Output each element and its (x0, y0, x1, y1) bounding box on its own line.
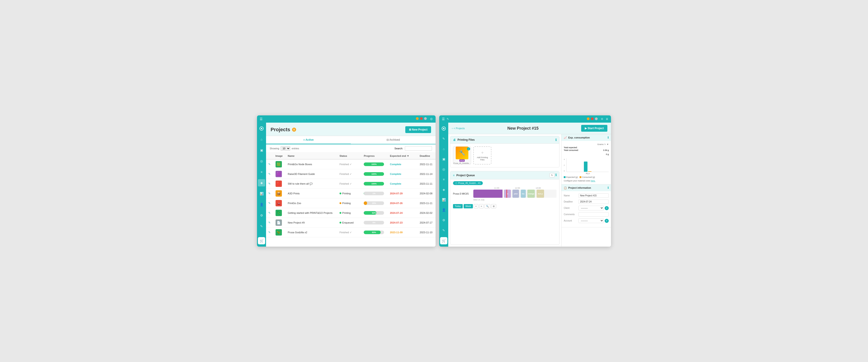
right-expand-dot[interactable] (595, 117, 598, 120)
sep-cell-2 (413, 169, 417, 179)
close-dot[interactable] (420, 117, 423, 120)
printing-files-content: 🔧 PLA Prusa_45_Godzilla_Arm... 1 + Add P… (450, 144, 559, 167)
search-area: Search: (395, 146, 432, 151)
queue-add-button[interactable]: ⊞ (491, 204, 496, 208)
legend-consumed-dot (580, 176, 581, 178)
account-field-select[interactable]: --------- (579, 218, 604, 223)
file-thumbnail: 🔧 (456, 147, 468, 159)
client-field-select[interactable]: --------- (579, 206, 604, 211)
right-sidebar-edit[interactable]: ✎ (440, 135, 447, 142)
project-image: 🦎 (276, 210, 282, 216)
gantt-block-malaga: malaga (527, 190, 535, 198)
timeline-mark-1: 11:00 (494, 187, 515, 189)
timeline-mark-2: 12:00 (515, 187, 536, 189)
right-minimize-dot[interactable] (587, 117, 590, 120)
queue-prev-button[interactable]: « (474, 204, 478, 208)
deadline-field-input[interactable] (579, 199, 609, 204)
chart-unit-dropdown-icon[interactable]: ▼ (607, 143, 609, 145)
gantt-block-main (473, 190, 502, 198)
add-files-label: Add PrintingFiles (477, 156, 488, 161)
gantt-row-prusa: Prusa i3 MK3/S fa job2 fas malaga fast p (453, 190, 557, 198)
right-sidebar-settings[interactable]: ⚙ (440, 217, 447, 224)
y-axis-0: 0 (564, 170, 565, 172)
legend-consumed-label: Consumed (g) (582, 176, 595, 178)
right-hamburger-icon[interactable]: ☰ (442, 117, 445, 121)
right-monitor-icon[interactable]: 🖥 (606, 117, 608, 120)
sidebar-item-notes[interactable]: ✎ (258, 223, 265, 230)
queue-zoom-in-button[interactable]: 🔍 (485, 204, 490, 208)
add-printing-files-button[interactable]: + Add PrintingFiles (473, 146, 491, 165)
sidebar-item-printers[interactable]: ▣ (258, 147, 265, 154)
gantt-block-fas: fas (521, 190, 526, 198)
comments-field-input[interactable] (579, 212, 609, 217)
sidebar-item-queue[interactable]: ≡ (258, 168, 265, 175)
search-input[interactable] (405, 146, 432, 151)
edit-icon[interactable]: ✎ (268, 163, 271, 166)
right-close-dot[interactable] (591, 117, 594, 120)
name-field-input[interactable] (579, 193, 609, 198)
progress-bar-text: 16% (364, 201, 384, 205)
right-sidebar-home[interactable]: ⌂ (440, 145, 447, 152)
sidebar-logo (258, 125, 265, 132)
right-sidebar-printers[interactable]: ▣ (440, 156, 447, 163)
name-cell: PrintGo Zoo (285, 198, 337, 208)
project-image: 📦 (276, 190, 282, 197)
queue-info-icon[interactable]: ℹ (555, 173, 557, 177)
edit-icon[interactable]: ✎ (268, 231, 271, 234)
expected-cell: 2024-07-26 (388, 198, 413, 208)
right-titlebar-edit-icon[interactable]: ✎ (447, 117, 449, 120)
edit-icon[interactable]: ✎ (268, 202, 271, 205)
configure-costs-link[interactable]: here. (591, 179, 596, 182)
sidebar-item-home[interactable]: ⌂ (258, 136, 265, 143)
queue-refresh-button[interactable]: ↻ (550, 173, 555, 177)
sidebar-item-team[interactable]: 👤 (258, 201, 265, 208)
settings-icon[interactable]: ⚙ (430, 117, 433, 121)
start-project-button[interactable]: ▶ Start Project (581, 125, 608, 132)
sidebar-item-projects[interactable]: ◈ (258, 179, 265, 187)
new-project-button[interactable]: ⊞ New Project (405, 126, 431, 133)
printing-files-info-icon[interactable]: ℹ (555, 138, 557, 142)
sidebar-item-spools[interactable]: ◎ (258, 158, 265, 165)
tab-active[interactable]: ≡ Active (266, 136, 351, 144)
add-account-button[interactable]: + (604, 219, 609, 223)
queue-today-button[interactable]: Today (453, 204, 463, 208)
tab-archived[interactable]: ⊟ Archived (351, 136, 436, 144)
right-sidebar-spools[interactable]: ◎ (440, 166, 447, 173)
queue-next-button[interactable]: » (479, 204, 484, 208)
back-to-projects-link[interactable]: ‹ < Projects (452, 127, 465, 130)
minimize-dot[interactable] (416, 117, 418, 120)
edit-icon[interactable]: ✎ (268, 221, 271, 224)
name-field-label: Name (564, 194, 579, 197)
add-client-button[interactable]: + (604, 206, 609, 210)
back-link-text: < Projects (454, 127, 465, 130)
progress-bar-wrap: 100% (364, 172, 384, 176)
right-sidebar-cart-icon[interactable]: 🛒 (440, 237, 447, 244)
sidebar-item-analytics[interactable]: 📊 (258, 190, 265, 197)
project-info-info-icon[interactable]: ℹ (608, 186, 609, 189)
sidebar-cart-icon[interactable]: 🛒 (258, 237, 265, 244)
status-cell: Finished ✓ (337, 228, 357, 237)
deadline-cell: 2024-02-08 (417, 189, 436, 198)
project-image: 🟪 (276, 171, 282, 177)
edit-icon[interactable]: ✎ (268, 182, 271, 185)
right-sidebar-notes[interactable]: ✎ (440, 227, 447, 234)
right-sidebar-queue[interactable]: ≡ (440, 176, 447, 183)
entries-per-page-select[interactable]: 10 25 50 (281, 146, 290, 151)
right-sidebar-projects[interactable]: ◈ (440, 186, 447, 193)
queue-week-button[interactable]: Week (464, 204, 473, 208)
file-card-pla[interactable]: 🔧 PLA Prusa_45_Godzilla_Arm... 1 (453, 146, 471, 165)
edit-icon[interactable]: ✎ (268, 172, 271, 175)
progress-bar-wrap: 16% (364, 201, 384, 205)
hamburger-icon[interactable]: ☰ (260, 117, 263, 121)
expand-dot[interactable] (424, 117, 427, 120)
edit-icon[interactable]: ✎ (268, 211, 271, 215)
edit-icon[interactable]: ✎ (268, 192, 271, 195)
progress-cell: 100% (362, 159, 388, 169)
exp-consumption-info-icon[interactable]: ℹ (608, 136, 609, 139)
right-sidebar-team[interactable]: 👤 (440, 206, 447, 214)
sidebar-item-settings[interactable]: ⚙ (258, 212, 265, 219)
queue-tag: ⬡ Prusa_45_Godzil... #1 (453, 181, 483, 185)
right-settings-icon[interactable]: ⚙ (601, 117, 603, 120)
right-sidebar-analytics[interactable]: 📊 (440, 196, 447, 203)
progress-bar-text: 83% (364, 230, 384, 234)
